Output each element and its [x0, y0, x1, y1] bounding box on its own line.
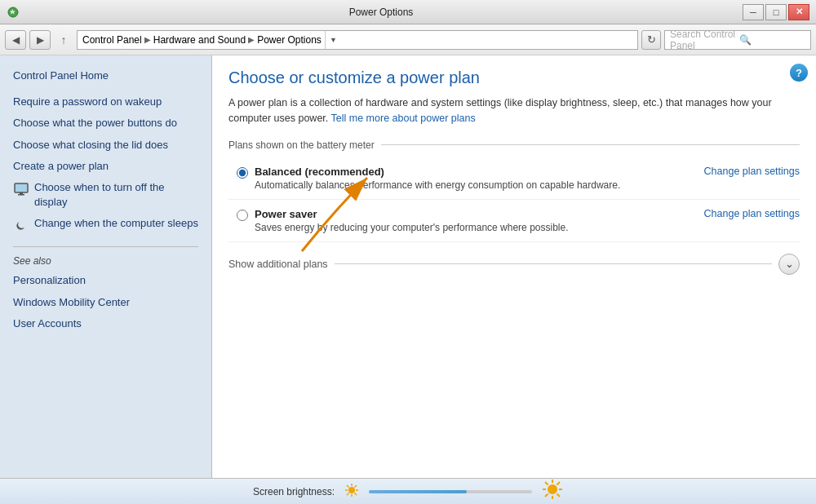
- path-control-panel[interactable]: Control Panel: [82, 34, 142, 46]
- brightness-sun-small: [344, 483, 359, 501]
- path-hardware-sound[interactable]: Hardware and Sound: [153, 34, 246, 46]
- svg-rect-3: [20, 192, 23, 194]
- path-dropdown[interactable]: ▼: [325, 31, 341, 49]
- svg-line-13: [355, 485, 357, 488]
- address-path: Control Panel ▶ Hardware and Sound ▶ Pow…: [77, 30, 638, 50]
- back-button[interactable]: ◀: [5, 30, 26, 50]
- address-bar: ◀ ▶ ↑ Control Panel ▶ Hardware and Sound…: [0, 24, 816, 55]
- svg-line-23: [545, 493, 548, 497]
- bottom-bar: Screen brightness:: [0, 478, 816, 504]
- refresh-button[interactable]: ↻: [641, 30, 661, 50]
- plan-name-power-saver: Power saver: [255, 208, 569, 220]
- sidebar-label-computer-sleeps: Change when the computer sleeps: [34, 216, 198, 231]
- help-button[interactable]: ?: [790, 64, 808, 82]
- brightness-sun-large: [542, 479, 563, 505]
- see-also-label: See also: [0, 252, 211, 270]
- svg-line-12: [355, 493, 357, 495]
- window-controls: ─ □ ✕: [743, 4, 809, 20]
- sidebar-item-power-buttons[interactable]: Choose what the power buttons do: [0, 113, 211, 134]
- plan-radio-balanced[interactable]: [237, 167, 248, 179]
- sidebar-item-computer-sleeps[interactable]: Change when the computer sleeps: [0, 213, 211, 237]
- plan-radio-power-saver[interactable]: [237, 210, 248, 221]
- search-icon[interactable]: 🔍: [739, 34, 805, 46]
- svg-line-20: [545, 482, 548, 485]
- svg-line-22: [557, 482, 561, 485]
- app-icon: [7, 6, 20, 19]
- sidebar-item-create-plan[interactable]: Create a power plan: [0, 156, 211, 177]
- maximize-button[interactable]: □: [765, 4, 787, 20]
- brightness-slider[interactable]: [369, 490, 532, 493]
- sidebar-divider: [13, 246, 198, 247]
- svg-point-6: [348, 487, 355, 493]
- plan-name-balanced: Balanced (recommended): [255, 166, 620, 178]
- svg-line-14: [347, 493, 349, 495]
- up-button[interactable]: ↑: [54, 30, 73, 50]
- search-box[interactable]: Search Control Panel 🔍: [664, 30, 811, 50]
- forward-button[interactable]: ▶: [29, 30, 51, 50]
- title-bar: Power Options ─ □ ✕: [0, 0, 816, 24]
- svg-rect-2: [15, 183, 28, 192]
- content-description: A power plan is a collection of hardware…: [228, 95, 800, 126]
- svg-line-21: [557, 493, 561, 497]
- sidebar-item-turn-off-display[interactable]: Choose when to turn off the display: [0, 177, 211, 213]
- sidebar-label-turn-off-display: Choose when to turn off the display: [34, 180, 198, 210]
- plan-desc-balanced: Automatically balances performance with …: [255, 179, 620, 191]
- main-layout: Control Panel Home Require a password on…: [0, 55, 816, 478]
- learn-more-link[interactable]: Tell me more about power plans: [331, 113, 476, 124]
- show-additional-button[interactable]: ⌄: [778, 254, 800, 275]
- show-additional-plans[interactable]: Show additional plans ⌄: [228, 254, 800, 275]
- path-power-options[interactable]: Power Options: [257, 34, 322, 46]
- show-additional-line: [335, 263, 772, 264]
- change-plan-balanced[interactable]: Change plan settings: [704, 166, 800, 177]
- svg-line-11: [347, 485, 349, 488]
- brightness-label: Screen brightness:: [253, 486, 335, 497]
- plan-item-balanced: Balanced (recommended) Automatically bal…: [228, 157, 800, 200]
- sidebar-item-personalization[interactable]: Personalization: [0, 270, 211, 291]
- plan-item-power-saver: Power saver Saves energy by reducing you…: [228, 200, 800, 242]
- sidebar: Control Panel Home Require a password on…: [0, 55, 212, 478]
- sidebar-item-mobility-center[interactable]: Windows Mobility Center: [0, 292, 211, 313]
- moon-icon: [13, 217, 29, 233]
- content-title: Choose or customize a power plan: [228, 69, 800, 87]
- plan-desc-power-saver: Saves energy by reducing your computer's…: [255, 222, 569, 233]
- svg-rect-4: [18, 194, 24, 196]
- close-button[interactable]: ✕: [788, 4, 809, 20]
- sidebar-item-user-accounts[interactable]: User Accounts: [0, 313, 211, 334]
- svg-point-15: [548, 484, 557, 494]
- sidebar-item-require-password[interactable]: Require a password on wakeup: [0, 91, 211, 113]
- change-plan-power-saver[interactable]: Change plan settings: [704, 208, 800, 219]
- sidebar-item-control-panel-home[interactable]: Control Panel Home: [0, 65, 211, 86]
- show-additional-label: Show additional plans: [228, 259, 328, 270]
- window-title: Power Options: [20, 7, 743, 18]
- monitor-icon: [13, 181, 29, 197]
- plans-section-label: Plans shown on the battery meter: [228, 139, 800, 151]
- minimize-button[interactable]: ─: [743, 4, 764, 20]
- content-area: ? Choose or customize a power plan A pow…: [212, 55, 816, 478]
- search-placeholder: Search Control Panel: [670, 29, 736, 51]
- sidebar-item-closing-lid[interactable]: Choose what closing the lid does: [0, 135, 211, 156]
